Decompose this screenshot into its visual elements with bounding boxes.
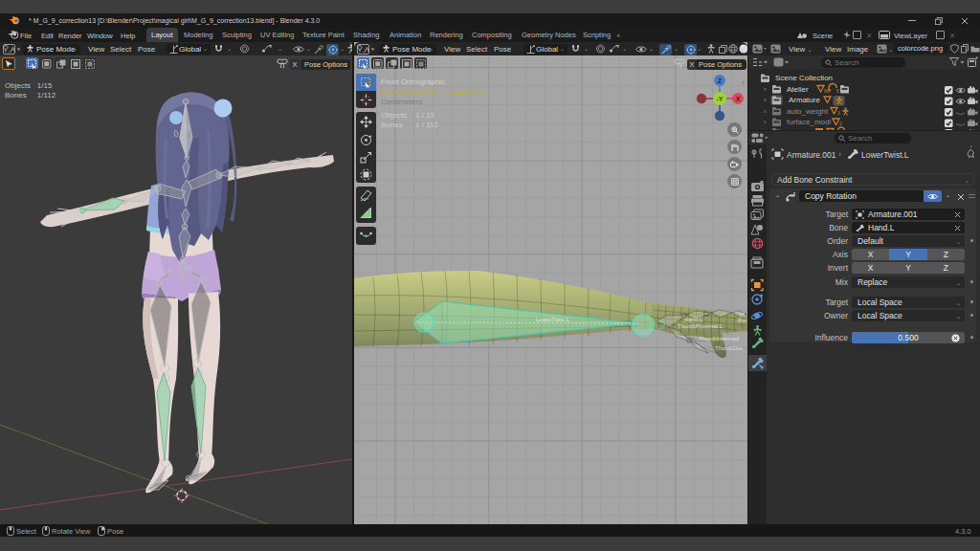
svg-text:Rin: Rin [738, 318, 746, 323]
svg-text:LowerTwist.L: LowerTwist.L [536, 317, 570, 322]
svg-text:3: 3 [837, 110, 840, 116]
svg-text:Hand.L: Hand.L [684, 317, 703, 322]
svg-text:ThumbDist: ThumbDist [715, 345, 743, 351]
svg-text:Z: Z [718, 77, 723, 84]
svg-text:2: 2 [839, 121, 842, 126]
svg-text:5: 5 [836, 88, 839, 94]
svg-text:ThumbProximal.L: ThumbProximal.L [678, 323, 724, 329]
svg-text:-Y: -Y [717, 96, 724, 102]
svg-text:X: X [736, 96, 741, 102]
svg-text:ThumbIntermed: ThumbIntermed [699, 336, 739, 342]
